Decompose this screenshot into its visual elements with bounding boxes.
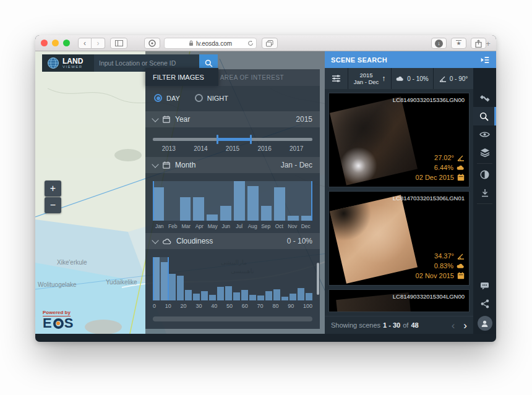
sliders-icon <box>332 74 341 83</box>
feedback-button[interactable] <box>473 277 496 295</box>
minimize-window-button[interactable] <box>52 40 59 46</box>
scene-search-title: SCENE SEARCH <box>331 56 387 64</box>
tick-label: Apr <box>193 223 207 229</box>
filter-images-label: FILTER IMAGES <box>153 74 204 81</box>
collapse-panel-icon <box>480 56 490 64</box>
cloudiness-histogram[interactable] <box>153 257 312 300</box>
lock-icon <box>189 40 194 46</box>
scene-search-header: SCENE SEARCH <box>325 51 473 68</box>
histogram-bar <box>257 295 264 300</box>
scene-card[interactable]: LC81490332015336LGN00 27.02° 6.44% 02 De… <box>328 93 470 187</box>
histogram-bar <box>209 295 216 300</box>
collapse-panel-button[interactable] <box>473 51 496 68</box>
share-icon <box>475 40 482 48</box>
landviewer-logo[interactable]: LAND VIEWER <box>42 57 94 69</box>
cloudiness-section-header[interactable]: Cloudiness 0 - 10% <box>145 233 320 249</box>
year-section-label: Year <box>175 115 190 124</box>
sidebar-toggle-button[interactable] <box>110 38 127 49</box>
tick-label: Jun <box>220 223 233 229</box>
month-section-label: Month <box>175 161 195 169</box>
download-scene-button[interactable] <box>473 184 496 202</box>
scene-card[interactable]: LC81470332015306LGN01 34.37° 0.83% 02 No… <box>328 191 470 286</box>
landviewer-app: Xike'erkule Wolituogelake Yudaikelike ما… <box>35 51 496 334</box>
sun-elevation-chip[interactable]: 0 - 90° <box>434 68 473 89</box>
month-histogram[interactable] <box>153 181 312 221</box>
account-button[interactable] <box>473 313 496 334</box>
scene-range: 1 - 30 <box>383 321 400 329</box>
user-avatar <box>478 316 492 331</box>
eye-icon <box>479 131 490 138</box>
histogram-bar <box>217 287 224 300</box>
histogram-bar <box>185 290 192 300</box>
year-slider-track[interactable] <box>153 138 312 141</box>
day-radio[interactable]: DAY <box>154 94 180 102</box>
top-sites-button[interactable]: ★ <box>451 38 466 49</box>
histogram-bar <box>225 286 232 300</box>
extension-button[interactable] <box>144 38 160 49</box>
histogram-bar <box>233 292 240 300</box>
night-radio[interactable]: NIGHT <box>195 94 228 102</box>
period-months: Jan - Dec <box>354 79 379 85</box>
year-slider-selection <box>217 138 250 141</box>
scene-search-panel: SCENE SEARCH 2015 Jan - Dec ↑ 0 - 10% <box>325 51 473 334</box>
period-year: 2015 <box>354 72 379 79</box>
reload-icon <box>247 40 254 46</box>
tab-overview-button[interactable] <box>262 38 278 49</box>
showing-scenes-label: Showing scenes <box>331 321 380 329</box>
address-bar[interactable]: lv.eosda.com <box>164 38 257 49</box>
sun-elevation-chip-value: 0 - 90° <box>450 75 468 82</box>
tick-label: Dec <box>299 223 313 229</box>
browser-chrome: ‹ › lv.eosda.com ↓ ★ + <box>35 35 496 51</box>
zoom-window-button[interactable] <box>63 40 70 46</box>
year-section-header[interactable]: Year 2015 <box>145 111 320 127</box>
month-range-selection[interactable] <box>153 181 312 221</box>
sort-ascending-icon: ↑ <box>382 74 385 83</box>
new-tab-button[interactable]: + <box>482 38 494 49</box>
tick-label: 80 <box>272 303 278 309</box>
tick-label: 2017 <box>280 145 312 152</box>
chevron-down-icon <box>152 237 158 244</box>
next-page-button[interactable]: › <box>463 320 467 331</box>
forward-button[interactable]: › <box>92 38 105 49</box>
powered-by-eos-logo[interactable]: Powered by ES <box>43 305 74 330</box>
month-section-header[interactable]: Month Jan - Dec <box>145 157 320 173</box>
satellite-sensors-button[interactable] <box>473 89 496 107</box>
scene-card[interactable]: LC81490332015304LGN00 <box>328 289 470 312</box>
logo-text-viewer: VIEWER <box>62 65 83 69</box>
previous-page-button[interactable]: ‹ <box>452 320 455 331</box>
scene-search-button[interactable] <box>473 107 496 125</box>
downloads-button[interactable]: ↓ <box>431 38 447 49</box>
radio-selected-icon <box>154 94 162 102</box>
layers-button[interactable] <box>473 143 496 161</box>
year-slider-handle-left[interactable] <box>217 135 218 144</box>
eos-letter-o-icon <box>53 318 64 329</box>
contrast-button[interactable] <box>473 166 496 184</box>
cloudiness-section-value: 0 - 10% <box>287 237 312 245</box>
comment-icon <box>480 282 489 290</box>
tick-label: 2015 <box>217 145 249 152</box>
share-view-button[interactable] <box>473 295 496 313</box>
close-window-button[interactable] <box>41 40 48 46</box>
cloudiness-tick-labels: 0102030405060708090100 <box>153 303 312 309</box>
next-filter-slider-track[interactable] <box>153 316 312 321</box>
tick-label: Oct <box>273 223 286 229</box>
globe-icon <box>47 57 59 69</box>
download-icon: ↓ <box>435 40 443 48</box>
map-zoom-controls: + − <box>45 181 61 214</box>
calendar-icon <box>163 161 170 169</box>
year-slider-handle-right[interactable] <box>250 135 252 144</box>
filter-panel-scrollbar[interactable] <box>317 263 319 295</box>
cloudiness-chip[interactable]: 0 - 10% <box>392 68 434 89</box>
zoom-out-button[interactable]: − <box>45 197 61 213</box>
visualization-button[interactable] <box>473 125 496 143</box>
period-chip[interactable]: 2015 Jan - Dec ↑ <box>348 68 392 89</box>
back-button[interactable]: ‹ <box>78 38 92 49</box>
scene-thumbnail <box>330 195 418 283</box>
cloudiness-range-selection[interactable] <box>153 257 169 300</box>
reload-button[interactable] <box>247 40 254 46</box>
zoom-in-button[interactable]: + <box>45 181 61 197</box>
cloud-icon <box>163 238 171 245</box>
filter-settings-button[interactable] <box>325 68 348 89</box>
acquisition-date: 02 Dec 2015 <box>416 174 454 181</box>
histogram-bar <box>193 294 200 300</box>
